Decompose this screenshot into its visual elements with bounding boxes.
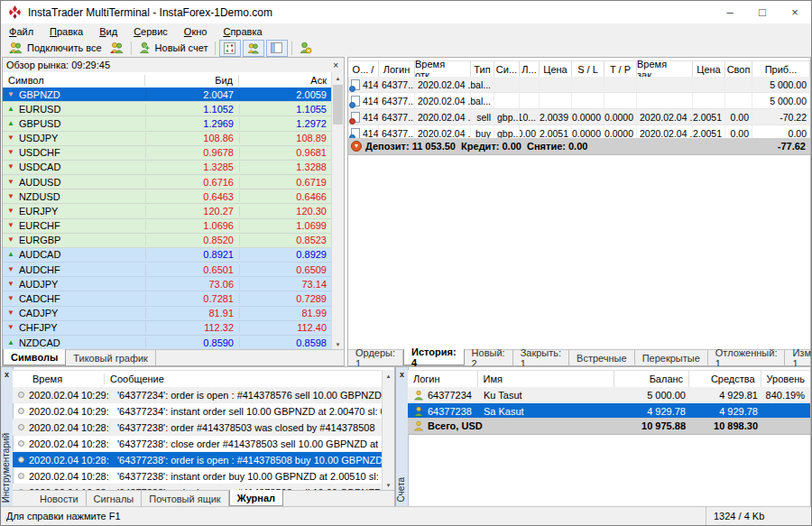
market-watch-close-icon[interactable]: × (331, 60, 340, 70)
scroll-up-icon[interactable]: ▲ (383, 370, 394, 382)
journal-row[interactable]: 2020.02.04 10:28:...'64377238': order #4… (13, 420, 383, 436)
accounts-column-header[interactable]: Средства (689, 371, 761, 387)
market-watch-row[interactable]: ▼AUDCHF0.65010.6509 (3, 263, 332, 277)
accounts-total-row[interactable]: Всего, USD10 975.8810 898.30 (408, 418, 810, 435)
accounts-column-header[interactable]: Уровень (761, 371, 810, 387)
menu-item[interactable]: Файл (1, 26, 42, 37)
scroll-up-icon[interactable]: ▲ (332, 72, 344, 84)
market-watch-row[interactable]: ▼USDCHF0.96780.9681 (3, 146, 332, 161)
accounts-toggle-button[interactable] (243, 40, 264, 57)
disconnect-all-button[interactable] (106, 40, 128, 57)
market-watch-row[interactable]: ▼EURJPY120.27120.30 (3, 204, 332, 218)
journal-column-headers: Время Сообщение (13, 370, 383, 388)
price-down-icon: ▼ (7, 179, 14, 186)
connect-all-button[interactable]: Подключить все (5, 40, 106, 57)
tab-item[interactable]: Новый: 2 (465, 350, 513, 365)
scrollbar-thumb[interactable] (333, 85, 343, 125)
toolbox-dock-strip[interactable]: x Инструментарий (1, 367, 14, 506)
deposit-summary-row[interactable]: Депозит: 11 053.50 Кредит: 0.00 Снятие: … (348, 138, 810, 155)
tab-item[interactable]: Сигналы (87, 491, 143, 506)
order-row[interactable]: 414...64377...2020.02.04 ...sellgbp...10… (348, 109, 810, 125)
journal-row[interactable]: 2020.02.04 10:28:...'64377238': order is… (13, 452, 383, 468)
menu-item[interactable]: Справка (215, 26, 270, 37)
journal-message: '64377238': order #414378503 was closed … (109, 422, 383, 433)
journal-row[interactable]: 2020.02.04 10:28:...'64377238': close or… (13, 436, 383, 452)
orders-column-header[interactable]: S / L (572, 61, 604, 77)
tab-item[interactable]: Закрыть: 1 (513, 350, 569, 365)
market-watch-row[interactable]: ▼EURGBP0.85200.8523 (3, 234, 332, 248)
orders-column-header[interactable]: Цена (693, 61, 725, 77)
orders-column-header[interactable]: Цена (540, 61, 572, 77)
tab-item[interactable]: Изменить: 1 (785, 350, 812, 365)
order-row[interactable]: 414...64377...2020.02.04 ...bal...5 000.… (348, 93, 810, 109)
orders-column-header[interactable]: Си... (494, 61, 520, 77)
orders-column-header[interactable]: Своп (725, 61, 752, 77)
market-watch-row[interactable]: ▼CADCHF0.72810.7289 (3, 291, 332, 306)
column-header-symbol[interactable]: Символ (3, 75, 145, 86)
column-header-message[interactable]: Сообщение (105, 374, 383, 384)
order-row[interactable]: 414...64377...2020.02.04 ...bal...5 000.… (348, 77, 810, 93)
orders-column-header[interactable]: Время зак... (637, 61, 693, 77)
journal-entry-icon (18, 392, 24, 398)
tab-item[interactable]: Почтовый ящик (142, 491, 228, 506)
tab-item[interactable]: Встречные (569, 350, 635, 365)
tab-item[interactable]: Тиковый график (66, 350, 156, 365)
market-watch-row[interactable]: ▼CHFJPY112.32112.40 (3, 321, 332, 336)
market-watch-row[interactable]: ▼EURCHF1.06961.0699 (3, 219, 332, 234)
tab-item[interactable]: Журнал (229, 490, 283, 506)
tab-item[interactable]: Ордеры: 1 (348, 350, 403, 365)
market-watch-row[interactable]: ▲EURUSD1.10521.1055 (3, 102, 332, 116)
journal-row[interactable]: 2020.02.04 10:28:...'64377238': instant … (13, 468, 383, 484)
new-account-button[interactable]: Новый счет (134, 40, 212, 57)
menu-item[interactable]: Вид (91, 26, 125, 37)
market-watch-row[interactable]: ▲NZDCAD0.85900.8598 (3, 336, 332, 350)
accounts-column-header[interactable]: Баланс (614, 371, 690, 387)
account-row[interactable]: 64377234Ku Tasut5 000.004 929.81840.19% (408, 387, 810, 403)
menu-item[interactable]: Сервис (125, 26, 176, 37)
market-watch-toggle-button[interactable] (219, 40, 241, 57)
column-header-time[interactable]: Время (13, 374, 105, 384)
orders-column-header[interactable]: Логин (379, 61, 415, 77)
market-watch-row[interactable]: ▼AUDJPY73.0673.14 (3, 277, 332, 291)
journal-close-icon[interactable]: x (1, 368, 13, 380)
accounts-column-header[interactable]: Логин (408, 371, 478, 387)
market-watch-row[interactable]: ▼NZDUSD0.64630.6466 (3, 189, 332, 204)
menu-item[interactable]: Правка (42, 26, 91, 37)
market-watch-scrollbar[interactable]: ▲ ▼ (331, 72, 344, 350)
accounts-dock-strip[interactable]: x Счета (396, 367, 409, 506)
journal-scrollbar[interactable]: ▲ ▼ (382, 370, 394, 491)
journal-row[interactable]: 2020.02.04 10:29:...'64377234': order is… (13, 387, 383, 403)
tab-item[interactable]: Отложенный: 1 (708, 350, 786, 365)
close-button[interactable]: × (779, 1, 811, 23)
accounts-close-icon[interactable]: x (396, 368, 408, 380)
minimize-button[interactable]: – (714, 1, 746, 23)
market-watch-row[interactable]: ▲GBPUSD1.29691.2972 (3, 116, 332, 131)
orders-column-header[interactable]: О.../ (348, 61, 379, 77)
tab-item[interactable]: Перекрытые (635, 350, 708, 365)
market-watch-row[interactable]: ▼USDJPY108.86108.89 (3, 132, 332, 146)
bid-value: 0.9678 (145, 147, 239, 158)
tab-item[interactable]: Символы (3, 349, 66, 365)
maximize-button[interactable]: □ (746, 1, 779, 23)
market-watch-row[interactable]: ▼CADJPY81.9181.99 (3, 307, 332, 321)
column-header-bid[interactable]: Бид (145, 75, 239, 86)
tab-item[interactable]: История: 4 (403, 349, 465, 365)
orders-column-header[interactable]: T / P (604, 61, 637, 77)
orders-column-header[interactable]: Приб... (752, 61, 810, 77)
accounts-column-header[interactable]: Имя (478, 371, 614, 387)
journal-row[interactable]: 2020.02.04 10:29:...'64377234': instant … (13, 403, 383, 420)
menu-item[interactable]: Окно (176, 26, 216, 37)
toolbox-vertical-label[interactable]: Инструментарий (1, 433, 13, 503)
tab-item[interactable]: Новости (32, 491, 87, 506)
orders-column-header[interactable]: Тип (471, 61, 494, 77)
market-watch-row[interactable]: ▼GBPNZD2.00472.0059 (3, 88, 332, 102)
orders-column-header[interactable]: Время отк... (415, 61, 471, 77)
orders-column-header[interactable]: Л... (520, 61, 540, 77)
market-watch-row[interactable]: ▲AUDCAD0.89210.8929 (3, 248, 332, 263)
account-settings-button[interactable] (295, 40, 316, 57)
column-header-ask[interactable]: Аск (239, 75, 332, 86)
market-watch-row[interactable]: ▼AUDUSD0.67160.6719 (3, 175, 332, 189)
accounts-vertical-label[interactable]: Счета (396, 477, 408, 503)
market-watch-row[interactable]: ▼USDCAD1.32851.3288 (3, 161, 332, 175)
toolbox-toggle-button[interactable] (266, 40, 288, 57)
